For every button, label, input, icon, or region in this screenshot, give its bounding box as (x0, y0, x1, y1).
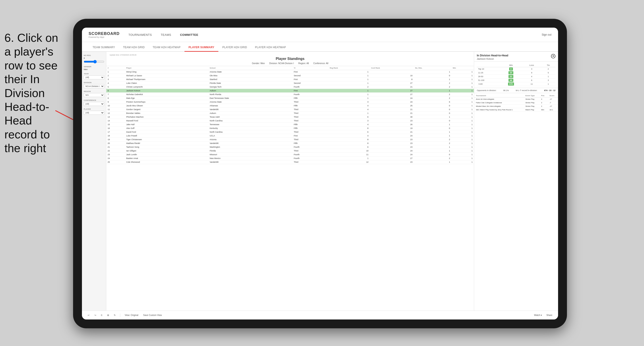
cell-reg: 4 (328, 108, 370, 111)
cell-school: North Carolina (208, 130, 292, 134)
cell-rds: 0 (414, 127, 451, 130)
sub-nav-team-h2h-heatmap[interactable]: TEAM H2H HEATMAP (148, 43, 184, 52)
cell-school: Vanderbilt (208, 108, 292, 111)
cell-yr: Third (292, 138, 328, 142)
save-custom-button[interactable]: Save Custom View (142, 313, 163, 317)
table-row[interactable]: 25 Cole Sherwood Vanderbilt Third 12 23 … (106, 160, 474, 164)
cell-conf: 24 (370, 134, 414, 138)
cell-rds: 2 (414, 157, 451, 160)
nav-tournaments[interactable]: TOURNAMENTS (128, 32, 152, 37)
cell-reg: 4 (328, 104, 370, 108)
paste-button[interactable]: ⊞ (106, 313, 110, 317)
table-row[interactable]: 17 David Ford North Carolina Third 6 21 … (106, 130, 474, 134)
cell-rds: 1 (414, 123, 451, 127)
h2h-close-button[interactable]: ✕ (551, 54, 556, 58)
cell-player: Jacob Mou Olesen (125, 104, 208, 108)
h2h-grid-row: >100 578 11 1 (477, 82, 556, 86)
player-select[interactable]: (All) (84, 111, 104, 115)
sign-out-button[interactable]: Sign out (542, 33, 552, 36)
table-row[interactable]: 13 Phichaksn Maichon Texas A&M Third 6 3… (106, 115, 474, 119)
table-row[interactable]: 6 Jackson Koivun Auburn First 1 27 1 1 (106, 89, 474, 93)
table-row[interactable]: 11 Gordon Sargent Vanderbilt Third 4 21 … (106, 108, 474, 111)
sub-nav-team-summary[interactable]: TEAM SUMMARY (88, 43, 119, 52)
refresh-button[interactable]: ↻ (112, 313, 117, 317)
cell-num: 23 (106, 153, 125, 157)
table-row[interactable]: 4 Luke Claton Florida State Second 1 27 … (106, 81, 474, 85)
no-rds-label: No Rds. (84, 54, 104, 56)
table-row[interactable]: 23 Jack Lundin Missouri Fourth 11 24 0 1 (106, 153, 474, 157)
filter-division: Division: NCAA Division I (269, 62, 294, 65)
nav-teams[interactable]: TEAMS (161, 32, 171, 37)
redo-button[interactable]: ↪ (93, 313, 98, 317)
cell-win: 1 (451, 127, 474, 130)
cell-conf: 24 (370, 149, 414, 153)
table-row[interactable]: 14 Maxwell Ford North Carolina Third 3 2… (106, 119, 474, 123)
table-row[interactable]: 7 Nicholas Gabrelick North Florida Fourt… (106, 93, 474, 96)
h2h-loss-cell: 6 (522, 78, 541, 82)
table-row[interactable]: 15 Jake Hall Tennessee Fifth 4 26 1 1 (106, 123, 474, 127)
cell-player: Jake Hall (125, 123, 208, 127)
cell-num: 11 (106, 108, 125, 111)
cell-conf: 27 (370, 89, 414, 93)
cell-reg: 8 (328, 138, 370, 142)
region-select[interactable]: N/A (84, 93, 104, 97)
cell-player: Ian Gilligan (125, 149, 208, 153)
table-row[interactable]: 2 Michael La Sasso Ole Miss Second 1 10 … (106, 74, 474, 78)
cell-rds: 1 (414, 130, 451, 134)
cell-win: 1 (451, 134, 474, 138)
sub-nav-player-summary[interactable]: PLAYER SUMMARY (184, 43, 218, 52)
cell-num: 9 (106, 100, 125, 104)
cell-reg: 4 (328, 123, 370, 127)
standings-title: Player Standings (110, 57, 470, 61)
table-row[interactable]: 24 Bastien Amat New Mexico Fourth 1 27 2… (106, 157, 474, 160)
cell-yr: Fifth (292, 96, 328, 100)
undo-button[interactable]: ↩ (86, 313, 91, 317)
cell-yr: Second (292, 74, 328, 78)
opponents-value: 98.1% (503, 89, 509, 92)
h2h-player-name: Jackson Koivun (477, 57, 508, 60)
sub-nav-team-h2h-grid[interactable]: TEAM H2H GRID (119, 43, 148, 52)
table-row[interactable]: 5 Christo Lamprecht Georgia Tech Fourth … (106, 85, 474, 89)
share-button[interactable]: Share (545, 313, 554, 317)
watch-button[interactable]: Watch ▾ (533, 313, 544, 317)
h2h-win-cell: 22 (500, 75, 522, 78)
h2h-tie-cell: 2 (541, 67, 556, 71)
nav-committee[interactable]: COMMITTEE (180, 32, 198, 37)
division-select[interactable]: NCAA Division I (84, 84, 104, 88)
table-row[interactable]: 16 Alex Goff Kentucky Fifth 8 19 0 1 (106, 127, 474, 130)
sub-nav-player-h2h-grid[interactable]: PLAYER H2H GRID (218, 43, 251, 52)
no-rds-slider[interactable] (84, 60, 104, 63)
table-row[interactable]: 19 Tiger Christensen Arizona Third 8 23 … (106, 138, 474, 142)
cell-conf: 25 (370, 104, 414, 108)
cell-pos: 4 (540, 98, 548, 101)
cell-rds: 2 (414, 138, 451, 142)
table-row[interactable]: 8 Mats Ege East Tennessee State Fifth 1 … (106, 96, 474, 100)
toolbar-sep-1 (120, 314, 120, 317)
cell-num: 21 (106, 145, 125, 149)
cell-win: 1 (451, 96, 474, 100)
copy-button[interactable]: ⎘ (100, 313, 104, 317)
cell-num: 14 (106, 119, 125, 123)
table-row[interactable]: 1 Wenyi Ding Arizona State First 1 1 1 (106, 70, 474, 74)
cell-reg: 1 (328, 74, 370, 78)
cell-score: -7 (548, 101, 558, 105)
table-row[interactable]: 3 Michael Thorbjornsen Stanford First 1 … (106, 78, 474, 81)
table-row[interactable]: 22 Ian Gilligan Florida Third 10 24 1 1 (106, 149, 474, 153)
table-row[interactable]: 9 Preston Summerhays Arizona State Third… (106, 100, 474, 104)
table-row[interactable]: 18 Luke Powell UCLA First 4 24 1 1 (106, 134, 474, 138)
conference-select[interactable]: (All) (84, 102, 104, 106)
view-original-button[interactable]: View: Original (123, 313, 140, 317)
table-row[interactable]: 12 Brendan Valdes Auburn Third 1 21 0 1 (106, 111, 474, 115)
year-select[interactable]: (All) (84, 75, 104, 79)
cell-reg: 1 (328, 89, 370, 93)
col-pos: Pos (540, 94, 548, 98)
table-row[interactable]: 21 Taehoon Song Washington Fourth 6 23 1… (106, 145, 474, 149)
cell-win: 1 (451, 157, 474, 160)
table-row[interactable]: 10 Jacob Mou Olesen Arkansas Fifth 4 25 … (106, 104, 474, 108)
standings-header: Update time: 27/03/2024 16:56:26 Player … (106, 52, 474, 66)
cell-rds: 2 (414, 81, 451, 85)
table-row[interactable]: 20 Matthew Riedel Vanderbilt Fifth 8 23 … (106, 142, 474, 145)
top-nav: SCOREBOARD Powered by clippi TOURNAMENTS… (82, 28, 558, 42)
h2h-grid-table: Win Loss Tie Top 10 8 3 2 11-25 20 9 5 2… (477, 63, 556, 86)
sub-nav-player-h2h-heatmap[interactable]: PLAYER H2H HEATMAP (251, 43, 290, 52)
